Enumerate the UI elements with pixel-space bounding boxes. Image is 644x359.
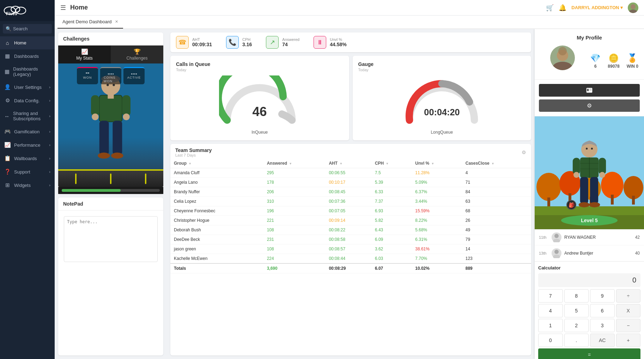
calc-btn-5[interactable]: 5	[564, 304, 589, 317]
sidebar-item-sharing-subscriptions[interactable]: ↔ Sharing and Subscriptions ›	[0, 107, 55, 125]
col-cph[interactable]: CPH ▼	[371, 159, 412, 168]
cell-answered: 206	[263, 187, 326, 197]
center-panel: ☎ AHT 00:09:31 📞 CPH 3.16 ↗	[167, 29, 535, 359]
longqueue-label: LongQueue	[431, 130, 453, 135]
col-cases[interactable]: CasesClose ▼	[462, 159, 531, 168]
calc-btn-8[interactable]: 8	[564, 289, 589, 303]
svg-point-24	[553, 62, 572, 70]
calc-btn-[interactable]: −	[616, 319, 641, 332]
badge-bronze-count: WIN 0	[627, 64, 638, 69]
cell-group: jason green	[170, 244, 263, 254]
cell-unvl: 15.59%	[412, 206, 462, 216]
profile-top-row: 💎 6 🪙 89078 🏅 WIN 0	[540, 45, 638, 74]
profile-gear-button[interactable]: ⚙	[539, 99, 640, 112]
calc-btn-1[interactable]: 1	[538, 319, 563, 332]
unvl-value: 44.58%	[330, 42, 346, 47]
lb-avatar-1	[552, 248, 561, 258]
cell-group: Deborah Bush	[170, 225, 263, 235]
svg-point-53	[599, 172, 605, 178]
sidebar-item-label: Home	[14, 40, 26, 45]
cart-icon[interactable]: 🛒	[546, 4, 554, 12]
lb-name-1: Andrew Buntjer	[564, 251, 632, 256]
tab-my-stats-label: My Stats	[76, 56, 93, 61]
cell-cph: 7.5	[371, 168, 412, 178]
cell-cases: 68	[462, 206, 531, 216]
page-title: Home	[70, 4, 546, 11]
sidebar-item-support[interactable]: ❓ Support ›	[0, 165, 55, 178]
ts-table-wrap: Group ▼ Answered ▼ AHT ▼ CPH ▼ Unvl % ▼ …	[170, 159, 531, 355]
svg-rect-29	[589, 90, 592, 91]
cell-unvl: 8.22%	[412, 216, 462, 225]
calc-btn-[interactable]: +	[616, 334, 641, 347]
calc-btn-ac[interactable]: AC	[590, 334, 615, 347]
ts-settings-icon[interactable]: ⚙	[522, 150, 526, 155]
svg-point-15	[123, 114, 129, 120]
sidebar-item-dashboards-legacy[interactable]: ▦ Dashboards (Legacy)	[0, 63, 55, 80]
calc-btn-6[interactable]: 6	[590, 304, 615, 317]
cell-aht: 00:08:22	[325, 225, 371, 235]
tab-challenges[interactable]: 🏆 Challenges	[111, 45, 163, 63]
col-aht[interactable]: AHT ▼	[325, 159, 371, 168]
calc-btn-9[interactable]: 9	[590, 289, 615, 303]
content-area: Challenges 📈 My Stats 🏆 Challenges	[55, 29, 644, 359]
cell-cph: 6.33	[371, 187, 412, 197]
notepad-input[interactable]	[64, 216, 158, 262]
calc-btn-2[interactable]: 2	[564, 319, 589, 332]
menu-icon[interactable]: ☰	[60, 4, 66, 12]
cell-aht: 00:06:55	[325, 168, 371, 178]
cell-unvl: 3.44%	[412, 197, 462, 206]
sidebar-item-user-settings[interactable]: 👤 User Settings ›	[0, 80, 55, 94]
calc-btn-[interactable]: .	[564, 334, 589, 347]
calc-btn-[interactable]: ÷	[616, 289, 641, 303]
search-box[interactable]: 🔍 Search	[3, 24, 52, 34]
calc-btn-3[interactable]: 3	[590, 319, 615, 332]
calc-btn-0[interactable]: 0	[538, 334, 563, 347]
col-group[interactable]: Group ▼	[170, 159, 263, 168]
cell-cases: 49	[462, 225, 531, 235]
cell-cph: 6.03	[371, 254, 412, 264]
calc-btn-4[interactable]: 4	[538, 304, 563, 317]
aht-icon: ☎	[176, 36, 189, 49]
calc-btn-[interactable]: =	[538, 348, 640, 359]
sidebar-item-widgets[interactable]: ⊞ Widgets ›	[0, 178, 55, 192]
notification-icon[interactable]: 🔔	[559, 4, 566, 12]
search-label: Search	[13, 26, 28, 31]
sidebar-item-data-config[interactable]: ⚙ Data Config. ›	[0, 94, 55, 107]
col-unvl[interactable]: Unvl % ▼	[412, 159, 462, 168]
chevron-right-icon: ›	[49, 85, 50, 89]
col-answered[interactable]: Answered ▼	[263, 159, 326, 168]
inqueue-label: InQueue	[251, 130, 268, 135]
sidebar-item-performance[interactable]: 📈 Performance ›	[0, 138, 55, 152]
tab-my-stats[interactable]: 📈 My Stats	[58, 45, 111, 63]
svg-rect-16	[99, 121, 109, 155]
cell-cph: 6.09	[371, 235, 412, 244]
sidebar-item-home[interactable]: ⌂ Home	[0, 36, 55, 49]
active-label: ACTIVE	[127, 76, 141, 79]
cell-answered: 221	[263, 216, 326, 225]
sidebar-item-dashboards[interactable]: ▦ Dashboards	[0, 49, 55, 63]
dashboards-icon: ▦	[4, 53, 11, 59]
cell-group: Celia Lopez	[170, 197, 263, 206]
calc-btn-7[interactable]: 7	[538, 289, 563, 303]
user-name[interactable]: DARRYL ADDINGTON ▾	[571, 5, 623, 10]
sidebar-item-gamification[interactable]: 🎮 Gamification ›	[0, 125, 55, 138]
sidebar-item-wallboards[interactable]: 📋 Wallboards ›	[0, 152, 55, 165]
cell-answered: 295	[263, 168, 326, 178]
profile-card-button[interactable]	[539, 84, 640, 97]
cell-cases: 84	[462, 187, 531, 197]
svg-point-4	[631, 4, 636, 9]
coins-label: COINS WON	[104, 76, 118, 83]
cell-cph: 6.93	[371, 206, 412, 216]
ts-tbody: Amanda Cluff 295 00:06:55 7.5 11.28% 4 A…	[170, 168, 531, 273]
lb-score-1: 40	[635, 251, 640, 256]
left-panel: Challenges 📈 My Stats 🏆 Challenges	[55, 29, 167, 359]
sidebar-item-label: Sharing and Subscriptions	[13, 111, 49, 121]
dashboard-tab[interactable]: Agent Demo Dashboard ✕	[57, 16, 123, 29]
calc-btn-x[interactable]: X	[616, 304, 641, 317]
user-avatar[interactable]	[628, 2, 638, 13]
cph-icon: 📞	[226, 36, 239, 49]
challenges-header: Challenges	[58, 32, 163, 45]
tab-close-icon[interactable]: ✕	[115, 19, 118, 24]
badge-diamond: 💎 6	[590, 53, 601, 69]
lb-rank-1: 13th	[539, 251, 549, 255]
